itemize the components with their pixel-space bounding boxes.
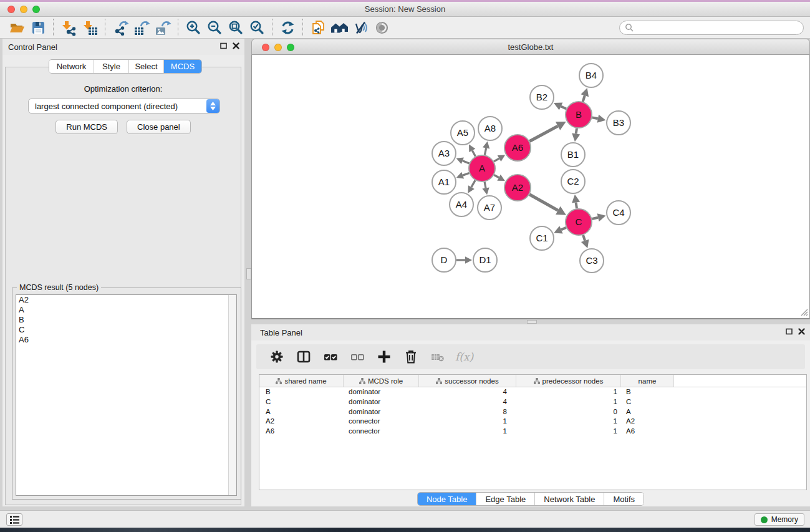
close-panel-icon[interactable] [233,42,239,49]
network-canvas[interactable]: AA1A2A3A4A5A6A7A8BB1B2B3B4CC1C2C3C4DD1 [251,55,810,319]
table-row[interactable]: C dominator 4 1 C [259,397,806,407]
graph-edge-B-B3[interactable] [592,117,598,118]
column-header-successor-nodes[interactable]: successor nodes [419,375,516,387]
cell-shared-name[interactable]: A6 [259,427,344,437]
cell-shared-name[interactable]: C [259,397,344,407]
tab-motifs[interactable]: Motifs [604,493,644,505]
mcds-result-list[interactable]: A2 A B C A6 [16,294,237,496]
run-mcds-button[interactable]: Run MCDS [55,120,118,134]
graph-edge-A-A2[interactable] [494,175,499,178]
zoom-selected-button[interactable] [246,18,268,37]
float-panel-icon[interactable] [220,42,227,49]
zoom-fit-content-button[interactable] [225,18,246,37]
graph-edge-B-B4[interactable] [583,95,585,102]
resize-grip-icon[interactable] [800,308,808,316]
result-list-item[interactable]: C [16,325,236,335]
cell-shared-name[interactable]: A2 [259,417,344,427]
import-table-button[interactable] [79,18,100,37]
tab-mcds[interactable]: MCDS [164,60,201,73]
graph-edge-C-C2[interactable] [576,202,577,208]
close-panel-icon[interactable] [798,328,805,335]
result-list-item[interactable]: A6 [16,335,236,345]
graph-edge-A-A6[interactable] [494,158,499,162]
table-settings-button[interactable] [268,347,286,366]
network-overview-button[interactable] [329,18,350,37]
open-session-button[interactable] [6,18,27,37]
graph-edge-A-A5[interactable] [472,150,475,157]
table-row[interactable]: A6 connector 1 1 A6 [259,427,806,437]
cell-successor-nodes[interactable]: 4 [419,387,516,397]
cell-name[interactable]: C [621,397,674,407]
import-network-button[interactable] [58,18,79,37]
delete-rows-button[interactable] [402,347,420,366]
cell-predecessor-nodes[interactable]: 1 [516,427,621,437]
tab-node-table[interactable]: Node Table [418,493,477,505]
tab-select[interactable]: Select [129,60,164,73]
cell-name[interactable]: A [621,407,674,417]
cell-shared-name[interactable]: B [259,387,344,397]
export-image-button[interactable] [152,18,173,37]
cell-mcds-role[interactable]: connector [344,417,419,427]
cell-successor-nodes[interactable]: 1 [419,427,516,437]
graph-edge-A2-C[interactable] [529,195,558,211]
show-hide-annotations-button[interactable] [371,18,392,37]
tab-network[interactable]: Network [49,60,94,73]
float-panel-icon[interactable] [786,328,793,335]
cell-name[interactable]: A6 [621,427,674,437]
cell-successor-nodes[interactable]: 8 [419,407,516,417]
cell-mcds-role[interactable]: dominator [344,387,419,397]
table-row[interactable]: B dominator 4 1 B [259,387,806,397]
tab-edge-table[interactable]: Edge Table [476,493,535,505]
cell-successor-nodes[interactable]: 1 [419,417,516,427]
memory-button[interactable]: Memory [755,513,804,526]
graph-edge-A-A8[interactable] [485,148,486,155]
cell-predecessor-nodes[interactable]: 1 [516,387,621,397]
graph-edge-C-C1[interactable] [561,228,566,230]
graph-edge-A6-B[interactable] [529,126,557,141]
column-header-name[interactable]: name [621,375,674,387]
cell-mcds-role[interactable]: dominator [344,397,419,407]
column-header-predecessor-nodes[interactable]: predecessor nodes [516,375,621,387]
graph-edge-C-C4[interactable] [592,218,598,219]
graph-edge-B-B2[interactable] [561,106,567,109]
tab-network-table[interactable]: Network Table [535,493,604,505]
table-row[interactable]: A dominator 8 0 A [259,407,806,417]
export-table-button[interactable] [131,18,152,37]
horizontal-splitter-handle[interactable] [527,320,537,324]
cell-name[interactable]: A2 [621,417,674,427]
clone-network-button[interactable] [307,18,329,37]
function-builder-button[interactable]: f(x) [455,347,473,366]
cell-predecessor-nodes[interactable]: 0 [516,407,621,417]
refresh-view-button[interactable] [277,18,298,37]
delete-table-button[interactable] [428,347,447,366]
result-scrollbar[interactable] [228,295,236,495]
criterion-dropdown[interactable]: largest connected component (directed) [28,99,220,114]
graph-edge-A-A4[interactable] [471,180,475,187]
node-table[interactable]: shared name MCDS role successor nodes pr… [259,374,807,490]
cell-name[interactable]: B [621,387,674,397]
cell-mcds-role[interactable]: dominator [344,407,419,417]
select-all-rows-button[interactable] [321,347,340,366]
network-graph[interactable]: AA1A2A3A4A5A6A7A8BB1B2B3B4CC1C2C3C4DD1 [252,55,809,317]
cell-predecessor-nodes[interactable]: 1 [516,417,621,427]
result-list-item[interactable]: A [16,305,236,315]
graph-edge-A-A3[interactable] [463,161,470,163]
save-session-button[interactable] [27,18,49,37]
vertical-splitter-handle[interactable] [246,268,251,279]
zoom-out-button[interactable] [204,18,225,37]
table-row[interactable]: A2 connector 1 1 A2 [259,417,806,427]
add-row-button[interactable] [375,347,393,366]
cell-mcds-role[interactable]: connector [344,427,419,437]
cell-successor-nodes[interactable]: 4 [419,397,516,407]
result-list-item[interactable]: B [16,315,236,325]
graph-edge-C-C3[interactable] [583,235,585,241]
result-list-item[interactable]: A2 [16,295,236,305]
tab-style[interactable]: Style [94,60,129,73]
graphics-details-button[interactable] [350,18,371,37]
cell-predecessor-nodes[interactable]: 1 [516,397,621,407]
column-header-shared-name[interactable]: shared name [259,375,344,387]
zoom-in-button[interactable] [183,18,204,37]
graph-edge-A-A7[interactable] [485,182,486,188]
task-history-button[interactable] [6,513,22,526]
cell-shared-name[interactable]: A [259,407,344,417]
